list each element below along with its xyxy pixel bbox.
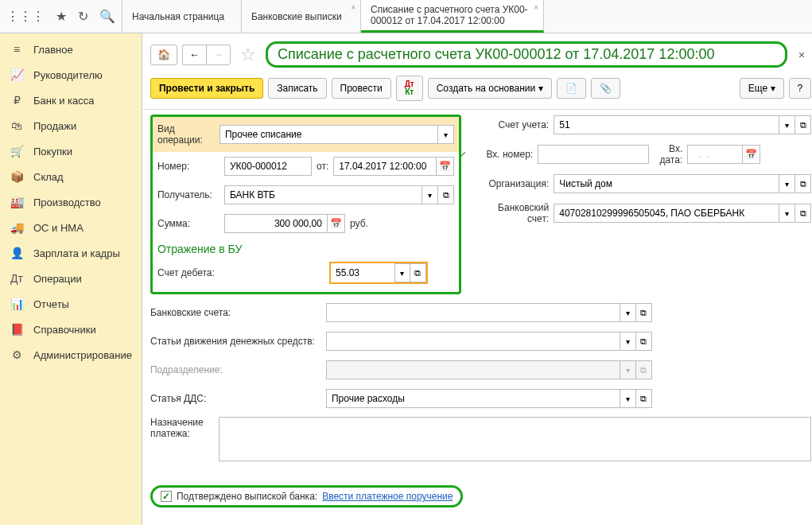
dds-dd[interactable]: ▾ [620,389,636,408]
tab-start[interactable]: Начальная страница [122,0,242,33]
box-icon: 📦 [10,170,24,183]
inc-date-cal[interactable]: 📅 [743,145,760,164]
sidebar-item-reports[interactable]: 📊Отчеты [0,291,142,317]
dds-input[interactable] [326,389,620,408]
sidebar-item-sales[interactable]: 🛍Продажи [0,113,142,138]
subdivision-input [326,360,620,379]
debit-dd[interactable]: ▾ [394,263,410,282]
sidebar-item-label: Банк и касса [33,95,95,107]
dds-open[interactable]: ⧉ [636,389,652,408]
org-dd[interactable]: ▾ [779,174,795,193]
recipient-input[interactable] [224,185,422,204]
purpose-input[interactable] [219,417,811,461]
confirmed-checkbox[interactable]: ✓ [161,491,172,502]
sidebar-item-production[interactable]: 🏭Производство [0,189,142,215]
favorites-icon[interactable]: ★ [56,9,67,24]
sidebar-item-label: Покупки [33,146,72,158]
attach-button[interactable]: 📎 [591,78,620,99]
sum-calc[interactable]: 📅 [328,214,345,233]
cash-flow-dd[interactable]: ▾ [620,332,636,351]
bank-acc-open[interactable]: ⧉ [795,204,811,223]
person-icon: 👤 [10,247,24,259]
factory-icon: 🏭 [10,196,24,208]
dtkt-button[interactable]: ДтКт [396,76,423,101]
debit-input[interactable] [331,263,394,282]
org-input[interactable] [554,174,779,193]
account-code-label: Счет учета: [477,119,549,130]
op-type-label: Вид операции: [157,123,220,146]
recipient-open[interactable]: ⧉ [438,185,454,204]
sidebar-item-bank[interactable]: ₽Банк и касса [0,88,142,113]
sidebar-item-warehouse[interactable]: 📦Склад [0,164,142,189]
account-code-open[interactable]: ⧉ [795,115,811,134]
close-icon[interactable]: × [534,3,538,12]
sidebar-item-references[interactable]: 📕Справочники [0,317,142,342]
search-icon[interactable]: 🔍 [99,9,115,24]
ruble-icon: ₽ [10,94,24,107]
cash-flow-input[interactable] [326,332,620,351]
sum-input[interactable] [224,214,328,233]
more-button[interactable]: Еще ▾ [740,78,784,99]
number-input[interactable] [224,157,312,176]
sidebar-item-label: Главное [33,44,73,56]
cash-flow-label: Статьи движения денежных средств: [150,336,321,347]
bank-acc-dd[interactable]: ▾ [779,204,795,223]
sidebar-item-label: Продажи [33,120,76,132]
close-icon[interactable]: × [351,3,355,12]
close-button[interactable]: × [792,49,811,61]
subdivision-label: Подразделение: [150,364,321,375]
create-based-button[interactable]: Создать на основании ▾ [428,78,552,99]
op-type-dd[interactable]: ▾ [438,125,454,144]
account-code-dd[interactable]: ▾ [779,115,795,134]
dds-label: Статья ДДС: [150,393,321,404]
recipient-dd[interactable]: ▾ [422,185,438,204]
dtkt-icon: Дт [10,272,24,285]
tab-withdrawal[interactable]: Списание с расчетного счета УК00-000012 … [361,0,544,33]
tab-bank-statements[interactable]: Банковские выписки× [242,0,361,33]
print-button[interactable]: 📄 [557,78,586,99]
favorite-icon[interactable]: ☆ [235,45,261,65]
calendar-icon[interactable]: 📅 [437,157,454,176]
bank-accounts-label: Банковские счета: [150,307,321,318]
home-button[interactable]: 🏠 [150,45,177,65]
account-code-input[interactable] [554,115,779,134]
save-button[interactable]: Записать [268,78,326,99]
bank-acc-input[interactable] [554,204,779,223]
debit-open[interactable]: ⧉ [410,263,426,282]
sidebar-item-label: ОС и НМА [33,222,84,234]
cash-flow-open[interactable]: ⧉ [636,332,652,351]
menu-icon: ≡ [10,43,24,56]
history-icon[interactable]: ↻ [78,9,88,24]
op-type-input[interactable] [220,125,438,144]
bank-accounts-dd[interactable]: ▾ [620,303,636,322]
post-close-button[interactable]: Провести и закрыть [150,78,263,99]
sidebar-item-assets[interactable]: 🚚ОС и НМА [0,215,142,240]
back-button[interactable]: ← [182,45,206,65]
sidebar-item-label: Отчеты [33,298,69,310]
sidebar-item-label: Руководителю [33,69,103,81]
sidebar-item-manager[interactable]: 📈Руководителю [0,62,142,88]
sidebar-item-payroll[interactable]: 👤Зарплата и кадры [0,240,142,266]
date-input[interactable] [333,157,437,176]
highlighted-block: Вид операции: ▾ Номер: от: [150,115,461,294]
apps-icon[interactable]: ⋮⋮⋮ [6,9,45,24]
sidebar-item-admin[interactable]: ⚙Администрирование [0,342,142,368]
sidebar-item-main[interactable]: ≡Главное [0,37,142,62]
bank-accounts-open[interactable]: ⧉ [636,303,652,322]
inc-num-input[interactable] [538,145,649,164]
book-icon: 📕 [10,323,24,336]
purpose-label: Назначение платежа: [150,417,214,439]
bank-accounts-input[interactable] [326,303,620,322]
post-button[interactable]: Провести [332,78,391,99]
enter-payment-link[interactable]: Ввести платежное поручение [322,491,453,502]
sidebar-item-label: Справочники [33,324,96,336]
forward-button[interactable]: → [206,45,231,65]
org-open[interactable]: ⧉ [795,174,811,193]
sidebar-item-operations[interactable]: ДтОперации [0,266,142,291]
sidebar-item-purchases[interactable]: 🛒Покупки [0,138,142,164]
help-button[interactable]: ? [789,78,812,99]
report-icon: 📊 [10,298,24,310]
section-header: Отражение в БУ [153,238,459,257]
page-title: Списание с расчетного счета УК00-000012 … [266,41,787,68]
inc-date-input[interactable] [687,145,743,164]
